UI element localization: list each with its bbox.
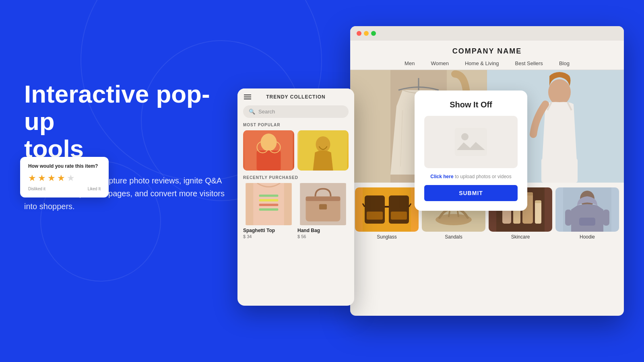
mobile-search-bar[interactable]: 🔍 Search	[243, 105, 349, 118]
sandals-label: Sandals	[445, 234, 462, 240]
svg-rect-33	[367, 212, 383, 220]
svg-rect-53	[455, 128, 487, 156]
mobile-header: TRENDY COLLECTION	[237, 88, 354, 105]
nav-men[interactable]: Men	[405, 60, 415, 66]
category-hoodie[interactable]: Hoodie	[555, 187, 619, 240]
star-labels: Disliked it Liked It	[28, 187, 101, 191]
popular-product-2[interactable]	[297, 130, 349, 171]
hoodie-label: Hoodie	[580, 234, 595, 240]
svg-rect-26	[541, 158, 578, 183]
svg-rect-15	[306, 196, 341, 201]
svg-rect-46	[535, 202, 541, 224]
nav-blog[interactable]: Blog	[559, 60, 570, 66]
svg-rect-11	[259, 204, 279, 206]
sunglass-label: Sunglass	[377, 234, 396, 240]
mobile-app-title: TRENDY COLLECTION	[266, 94, 325, 100]
svg-point-3	[257, 142, 268, 153]
popular-product-1[interactable]	[243, 130, 294, 171]
disliked-label: Disliked it	[28, 187, 45, 191]
svg-rect-9	[259, 195, 279, 197]
browser-titlebar	[350, 26, 624, 41]
liked-label: Liked It	[88, 187, 101, 191]
purchased-item-1[interactable]: Spaghetti Top $ 34	[243, 183, 294, 239]
svg-point-23	[548, 79, 571, 105]
traffic-light-yellow[interactable]	[364, 31, 369, 36]
nav-links: Men Women Home & Living Best Sellers Blo…	[350, 60, 624, 66]
show-it-off-popup: Show It Off Click here to upload photos …	[415, 90, 527, 211]
product-price-1: $ 34	[243, 234, 294, 239]
nav-home-living[interactable]: Home & Living	[465, 60, 499, 66]
traffic-light-green[interactable]	[371, 31, 376, 36]
svg-point-54	[461, 133, 469, 140]
svg-line-38	[458, 212, 458, 216]
svg-rect-10	[259, 199, 279, 202]
traffic-light-red[interactable]	[357, 31, 361, 36]
svg-rect-52	[579, 218, 595, 226]
star-2[interactable]: ★	[38, 173, 46, 183]
star-5[interactable]: ★	[67, 173, 75, 183]
star-4[interactable]: ★	[57, 173, 65, 183]
svg-rect-34	[391, 212, 407, 220]
search-icon: 🔍	[249, 109, 255, 115]
product-price-2: $ 56	[297, 234, 349, 239]
mobile-mockup: TRENDY COLLECTION 🔍 Search MOST POPULAR	[237, 88, 354, 306]
most-popular-grid	[237, 130, 354, 175]
svg-rect-12	[259, 208, 279, 211]
company-name: COMPANY NAME	[350, 47, 624, 56]
hamburger-icon[interactable]	[244, 95, 251, 99]
search-placeholder-text: Search	[258, 109, 275, 115]
svg-point-6	[316, 136, 330, 152]
upload-instruction: Click here to upload photos or videos	[424, 174, 518, 179]
hand-bag-thumb	[297, 183, 349, 225]
show-popup-title: Show It Off	[424, 100, 518, 109]
star-3[interactable]: ★	[47, 173, 56, 183]
upload-text-suffix: to upload photos or videos	[454, 174, 512, 179]
click-here-link[interactable]: Click here	[430, 174, 453, 179]
svg-point-4	[269, 142, 281, 153]
svg-rect-16	[319, 204, 327, 210]
star-rating[interactable]: ★ ★ ★ ★ ★	[28, 173, 101, 183]
nav-best-sellers[interactable]: Best Sellers	[515, 60, 543, 66]
rating-question: How would you rate this item?	[28, 163, 101, 169]
spaghetti-top-thumb	[243, 183, 294, 225]
rating-popup: How would you rate this item? ★ ★ ★ ★ ★ …	[20, 157, 109, 197]
svg-rect-51	[603, 210, 609, 226]
star-1[interactable]: ★	[28, 173, 36, 183]
svg-line-37	[449, 212, 450, 216]
most-popular-label: MOST POPULAR	[237, 123, 354, 130]
desktop-nav: COMPANY NAME Men Women Home & Living Bes…	[350, 41, 624, 70]
product-name-1: Spaghetti Top	[243, 228, 294, 233]
nav-women[interactable]: Women	[431, 60, 449, 66]
recently-purchased-label: RECENTLY PURCHASED	[243, 175, 349, 180]
svg-rect-2	[257, 150, 281, 171]
svg-rect-50	[565, 210, 572, 226]
submit-button[interactable]: SUBMIT	[424, 185, 518, 201]
svg-rect-47	[535, 200, 541, 203]
upload-placeholder	[424, 116, 518, 168]
purchased-item-2[interactable]: Hand Bag $ 56	[297, 183, 349, 239]
category-sunglass[interactable]: Sunglass	[355, 187, 419, 240]
skincare-label: Skincare	[511, 234, 530, 240]
purchased-grid: Spaghetti Top $ 34 Hand Bag $ 56	[243, 183, 349, 239]
upload-image-icon	[455, 128, 487, 156]
hoodie-thumb	[555, 187, 619, 232]
product-name-2: Hand Bag	[297, 228, 349, 233]
recently-purchased-section: RECENTLY PURCHASED Spaghetti Top $ 34	[237, 175, 354, 239]
sunglass-thumb	[355, 187, 419, 232]
main-heading: Interactive pop-up tools	[24, 80, 233, 163]
